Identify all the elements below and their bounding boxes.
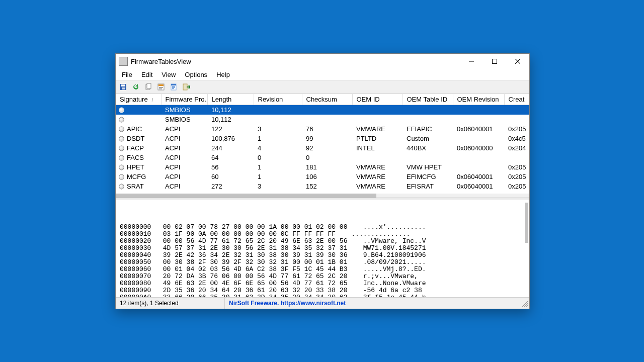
cell-chk: 0: [302, 153, 352, 162]
horizontal-scrollbar[interactable]: [116, 194, 529, 198]
horizontal-scrollbar-thumb[interactable]: [116, 194, 376, 198]
cell-len: 60: [207, 172, 254, 182]
cell-rev: [254, 105, 302, 115]
hex-vertical-scrollbar[interactable]: [525, 203, 528, 243]
menu-file[interactable]: File: [118, 70, 136, 79]
row-icon: [119, 107, 124, 113]
col-length[interactable]: Length: [207, 94, 254, 105]
cell-orev: 0x06040001: [453, 182, 504, 191]
hex-line: 00000000 00 02 07 00 78 27 00 00 00 1A 0…: [120, 224, 525, 231]
col-oem-table-id[interactable]: OEM Table ID: [403, 94, 453, 105]
hex-line: 00000010 03 1F 90 0A 00 00 00 00 00 00 0…: [120, 231, 525, 238]
cell-prov: ACPI: [161, 153, 207, 162]
svg-rect-9: [147, 83, 151, 88]
cell-prov: ACPI: [161, 143, 207, 153]
col-creator[interactable]: Creat: [504, 94, 529, 105]
cell-rev: 1: [254, 172, 302, 182]
cell-rev: 1: [254, 162, 302, 172]
col-checksum[interactable]: Checksum: [302, 94, 352, 105]
cell-oem: VMWARE: [352, 124, 403, 134]
app-icon: [119, 57, 128, 66]
table-row[interactable]: APICACPI122376VMWAREEFIAPIC0x060400010x2…: [116, 124, 529, 134]
table-area: Signature/ Firmware Pro… Length Revision…: [116, 94, 529, 198]
html-report-icon[interactable]: [168, 81, 179, 93]
cell-cre: 0x205: [504, 162, 529, 172]
maximize-button[interactable]: [483, 54, 506, 69]
table-header: Signature/ Firmware Pro… Length Revision…: [116, 94, 529, 105]
table-row[interactable]: SMBIOS10,112: [116, 115, 529, 124]
col-oem-id[interactable]: OEM ID: [352, 94, 403, 105]
svg-rect-11: [158, 84, 164, 86]
cell-signature: HPET: [116, 162, 161, 172]
cell-len: 10,112: [207, 115, 254, 124]
cell-len: 56: [207, 162, 254, 172]
cell-prov: ACPI: [161, 172, 207, 182]
window-title: FirmwareTablesView: [131, 58, 460, 65]
row-icon: [119, 164, 124, 170]
refresh-icon[interactable]: [130, 81, 141, 93]
row-icon: [119, 155, 124, 160]
cell-prov: ACPI: [161, 182, 207, 191]
menu-options[interactable]: Options: [181, 70, 211, 79]
menu-edit[interactable]: Edit: [137, 70, 156, 79]
table-row[interactable]: SMBIOS10,112: [116, 105, 529, 115]
table-body-scroll[interactable]: SMBIOS10,112SMBIOS10,112APICACPI122376VM…: [116, 105, 529, 197]
titlebar[interactable]: FirmwareTablesView: [116, 54, 529, 69]
cell-chk: [302, 115, 352, 124]
cell-rev: 3: [254, 124, 302, 134]
cell-signature: DSDT: [116, 134, 161, 143]
table-body: SMBIOS10,112SMBIOS10,112APICACPI122376VM…: [116, 105, 529, 191]
close-button[interactable]: [506, 54, 529, 69]
svg-rect-5: [121, 84, 125, 86]
table-row[interactable]: FACSACPI6400: [116, 153, 529, 162]
cell-orev: [453, 115, 504, 124]
menu-help[interactable]: Help: [212, 70, 234, 79]
cell-orev: [453, 162, 504, 172]
cell-cre: 0x205: [504, 172, 529, 182]
hex-line: 00000070 20 72 DA 3B 76 06 00 00 56 4D 7…: [120, 273, 525, 280]
cell-orev: [453, 105, 504, 115]
cell-prov: ACPI: [161, 124, 207, 134]
cell-tbl: [403, 115, 453, 124]
copy-icon[interactable]: [143, 81, 154, 93]
col-signature[interactable]: Signature/: [116, 94, 161, 105]
svg-rect-6: [122, 87, 125, 89]
hex-line: 00000060 00 01 04 02 03 56 4D 6A C2 38 3…: [120, 266, 525, 273]
col-revision[interactable]: Revision: [254, 94, 302, 105]
cell-len: 10,112: [207, 105, 254, 115]
table-row[interactable]: MCFGACPI601106VMWAREEFIMCFG0x060400010x2…: [116, 172, 529, 182]
cell-chk: 76: [302, 124, 352, 134]
col-provider[interactable]: Firmware Pro…: [161, 94, 207, 105]
cell-prov: SMBIOS: [161, 115, 207, 124]
cell-cre: [504, 115, 529, 124]
cell-signature: [116, 115, 161, 124]
col-oem-revision[interactable]: OEM Revision: [453, 94, 504, 105]
table-row[interactable]: SRATACPI2723152VMWAREEFISRAT0x060400010x…: [116, 182, 529, 191]
minimize-button[interactable]: [460, 54, 483, 69]
cell-oem: VMWARE: [352, 162, 403, 172]
hex-line: 00000090 2D 35 36 20 34 64 20 36 61 20 6…: [120, 287, 525, 294]
table-row[interactable]: DSDTACPI100,876199PTLTDCustom0x4c5: [116, 134, 529, 143]
cell-tbl: EFIAPIC: [403, 124, 453, 134]
cell-oem: INTEL: [352, 143, 403, 153]
properties-icon[interactable]: [155, 81, 167, 93]
cell-chk: [302, 105, 352, 115]
menu-view[interactable]: View: [157, 70, 180, 79]
svg-rect-12: [159, 87, 163, 88]
status-nirsoft-link[interactable]: NirSoft Freeware. https://www.nirsoft.ne…: [225, 300, 346, 307]
cell-tbl: 440BX: [403, 143, 453, 153]
cell-len: 122: [207, 124, 254, 134]
cell-cre: 0x205: [504, 182, 529, 191]
resize-grip-icon[interactable]: [520, 299, 528, 307]
cell-tbl: Custom: [403, 134, 453, 143]
table-row[interactable]: FACPACPI244492INTEL440BX0x060400000x204: [116, 143, 529, 153]
save-icon[interactable]: [118, 81, 129, 93]
cell-rev: 4: [254, 143, 302, 153]
exit-icon[interactable]: [181, 81, 192, 93]
cell-oem: PTLTD: [352, 134, 403, 143]
hex-dump-pane[interactable]: 00000000 00 02 07 00 78 27 00 00 00 1A 0…: [116, 198, 529, 297]
table-row[interactable]: HPETACPI561181VMWAREVMW HPET0x205: [116, 162, 529, 172]
cell-rev: 0: [254, 153, 302, 162]
row-icon: [119, 117, 124, 122]
hex-line: 000000A0 33 66 20 66 35 20 31 63 2D 34 3…: [120, 294, 525, 297]
